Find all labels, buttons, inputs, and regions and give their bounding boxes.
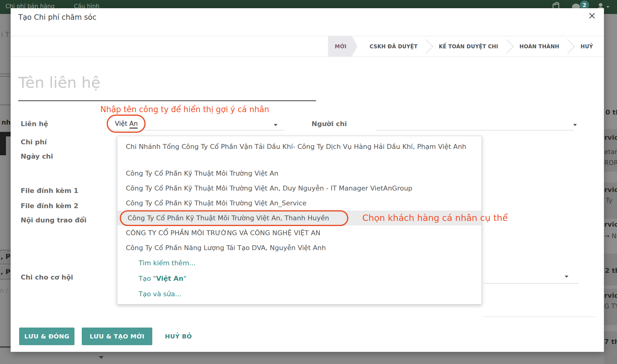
suggestion-item[interactable]: Công Ty Cổ Phần Kỹ Thuật Môi Trường Việt… (117, 166, 481, 181)
suggestion-item[interactable]: CÔNG TY CỔ PHẦN MÔI TRƯỜNG VÀ CÔNG NGHỆ … (117, 225, 481, 240)
bg-fragment: rvic (604, 221, 617, 228)
field-label-spend-for-opportunity: Chi cho cơ hội (21, 273, 73, 281)
field-label-spend-date: Ngày chi (21, 153, 53, 160)
annotation-type-company-hint: Nhập tên công ty để hiển thị gợi ý cá nh… (100, 105, 269, 114)
bg-fragment: i T (1, 31, 9, 38)
bg-fragment: n / (0, 287, 8, 294)
bg-fragment: rvic (604, 186, 617, 194)
bg-line (0, 346, 11, 348)
bg-fragment: rvic (604, 292, 617, 299)
create-care-expense-modal: Tạo Chi phí chăm sóc × MỚI CSKH ĐÃ DUYỆT… (11, 8, 604, 352)
contact-name-input[interactable]: Tên liên hệ (18, 74, 100, 91)
bg-block (604, 331, 617, 364)
contact-name-underline (18, 100, 316, 101)
create-record-link[interactable]: Tạo "Việt An" (117, 271, 481, 286)
bg-line (0, 76, 11, 77)
field-label-contact: Liên hệ (21, 120, 48, 128)
bg-fragment: Th (0, 126, 11, 163)
create-and-edit-link[interactable]: Tạo và sửa... (117, 286, 481, 302)
payer-input-underline[interactable] (376, 130, 574, 130)
bg-fragment: 0 th (605, 108, 617, 116)
bg-fragment: 7 th (604, 338, 617, 345)
modal-title: Tạo Chi phí chăm sóc (18, 13, 96, 22)
bg-fragment: → Ng (604, 232, 617, 240)
stage-cskh-da-duyet[interactable]: CSKH ĐÃ DUYỆT (362, 36, 426, 57)
suggestion-item[interactable]: Chi Nhánh Tổng Công Ty Cổ Phần Vận Tải D… (117, 139, 481, 166)
bg-line (0, 74, 11, 74)
bg-line (0, 105, 11, 105)
right-column-underline (483, 317, 596, 317)
chevron-down-icon[interactable] (606, 6, 609, 8)
bg-fragment: , Ph (1, 268, 11, 276)
search-more-link[interactable]: Tìm kiếm thêm... (117, 255, 481, 271)
bg-fragment: etan (604, 148, 617, 156)
stage-separator-icon (506, 36, 512, 57)
field-label-attachment1: File đính kèm 1 (21, 187, 78, 194)
dropdown-caret-icon[interactable] (565, 276, 568, 278)
create-link-suffix: " (183, 275, 186, 282)
status-stages-bar: MỚI CSKH ĐÃ DUYỆT KẾ TOÁN DUYỆT CHI HOÀN… (11, 36, 604, 57)
bg-fragment: G TY (604, 303, 617, 310)
background-left-strip: i T nh Th , Ph , Ph n / (0, 14, 11, 364)
field-label-expense: Chi phí (21, 138, 47, 146)
annotation-circle-highlighted-item (120, 210, 348, 226)
suggestion-item[interactable]: Công Ty Cổ Phần Kỹ Thuật Môi Trường Việt… (117, 196, 481, 211)
stage-separator-icon (567, 36, 573, 57)
bg-fragment: Ty (606, 197, 612, 204)
suggestion-item[interactable]: Công Ty Cổ Phần Kỹ Thuật Môi Trường Việt… (117, 181, 481, 196)
bg-fragment: , Ph (1, 253, 11, 260)
background-right-strip: 0 th rvic etan ROR rvic Ty rvic → Ng 2 t… (604, 14, 617, 364)
create-link-prefix: Tạo " (139, 275, 156, 282)
stage-hoan-thanh[interactable]: HOÀN THÀNH (512, 36, 567, 57)
bg-fragment: nh (2, 119, 11, 126)
save-and-new-button[interactable]: LƯU & TẠO MỚI (82, 328, 152, 345)
annotation-circle-contact-input (107, 115, 146, 133)
opportunity-input-underline[interactable] (483, 283, 578, 283)
chevron-down-icon[interactable] (99, 356, 104, 359)
stage-separator-icon (426, 36, 431, 57)
stage-moi[interactable]: MỚI (328, 36, 357, 57)
bg-fragment: ROR (604, 159, 617, 167)
screen: i T nh Th , Ph , Ph n / 0 th rvic etan R… (0, 0, 617, 364)
stage-ke-toan-duyet-chi[interactable]: KẾ TOÁN DUYỆT CHI (431, 36, 506, 57)
close-icon[interactable]: × (588, 11, 596, 20)
annotation-pick-person-hint: Chọn khách hàng cá nhân cụ thể (362, 213, 508, 223)
field-label-payer: Người chi (312, 120, 347, 128)
create-link-term: Việt An (156, 275, 184, 282)
cancel-button[interactable]: HUỶ BỎ (160, 328, 197, 345)
dropdown-caret-icon[interactable] (274, 124, 277, 126)
dropdown-caret-icon[interactable] (573, 124, 577, 126)
suggestion-item[interactable]: Công Ty Cổ Phần Năng Lượng Tái Tạo DVA, … (117, 240, 481, 255)
bg-fragment: rvic (604, 134, 617, 141)
field-label-attachment2: File đính kèm 2 (21, 202, 78, 210)
field-label-exchange-content: Nội dung trao đổi (21, 216, 87, 224)
stage-huy[interactable]: HUỶ (573, 36, 601, 57)
save-and-close-button[interactable]: LƯU & ĐÓNG (19, 328, 74, 345)
bg-fragment: 2 th (605, 267, 617, 274)
